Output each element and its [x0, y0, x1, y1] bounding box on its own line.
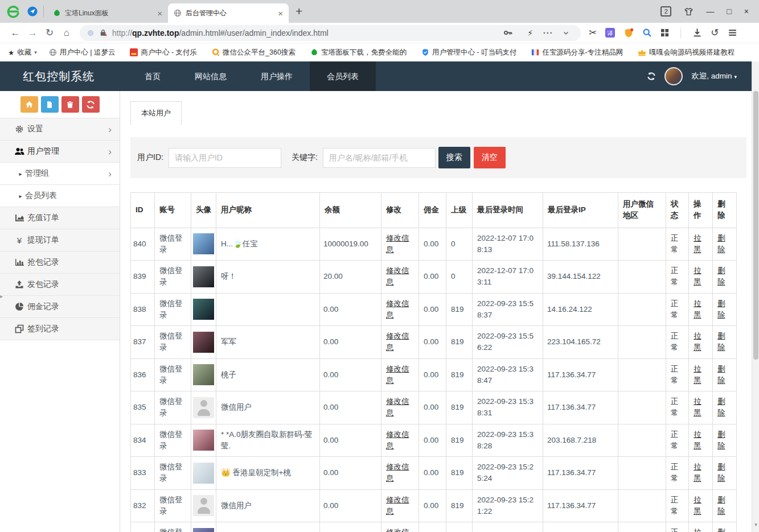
blacklist-link[interactable]: 拉黑: [694, 332, 701, 352]
blacklist-link[interactable]: 拉黑: [694, 430, 701, 450]
modify-info-link[interactable]: 修改信息: [386, 365, 409, 385]
sidebar-item[interactable]: ▸ 会员列表: [0, 185, 120, 207]
panel-handle-icon[interactable]: ▸: [0, 293, 3, 299]
back-button[interactable]: ←: [7, 27, 24, 39]
sidebar-quick-button[interactable]: [41, 96, 59, 113]
minimize-button[interactable]: —: [706, 7, 714, 16]
search-icon[interactable]: [642, 28, 652, 38]
modify-info-link[interactable]: 修改信息: [386, 397, 409, 417]
search-button[interactable]: 搜索: [438, 147, 470, 168]
delete-link[interactable]: 删除: [717, 266, 725, 286]
delete-link[interactable]: 删除: [717, 234, 725, 254]
apps-grid-icon[interactable]: [660, 28, 669, 37]
sidebar-quick-button[interactable]: [61, 96, 79, 113]
status-link[interactable]: 正常: [671, 463, 679, 482]
blacklist-link[interactable]: 拉黑: [694, 397, 701, 417]
browser-tab-admin[interactable]: 后台管理中心 ×: [168, 3, 289, 23]
delete-link[interactable]: 删除: [717, 496, 725, 515]
pinned-extension-icon[interactable]: [27, 6, 38, 17]
blacklist-link[interactable]: 拉黑: [694, 266, 701, 286]
screenshot-scissors-icon[interactable]: ✂: [589, 27, 597, 39]
browser-tab-baota[interactable]: 宝塔Linux面板 ×: [47, 3, 168, 23]
nav-menu-item[interactable]: 首页: [128, 61, 178, 91]
status-link[interactable]: 正常: [671, 266, 679, 286]
bookmark-item[interactable]: 嘎嘎会响源码视频搭建教程: [638, 48, 737, 57]
sidebar-item[interactable]: ▸ 管理组 ›: [0, 163, 120, 185]
blacklist-link[interactable]: 拉黑: [694, 234, 701, 254]
tab-close-icon[interactable]: ×: [278, 9, 283, 18]
download-icon[interactable]: [692, 28, 702, 38]
sidebar-item[interactable]: 签到记录: [0, 318, 120, 340]
blacklist-link[interactable]: 拉黑: [694, 496, 701, 515]
tab-local-users[interactable]: 本站用户: [130, 101, 182, 125]
clear-button[interactable]: 清空: [474, 147, 506, 168]
delete-link[interactable]: 删除: [717, 397, 725, 417]
user-id-input[interactable]: [169, 148, 281, 168]
bookmark-item[interactable]: 宝塔面板下载，免费全能的: [310, 48, 409, 57]
status-link[interactable]: 正常: [671, 365, 679, 385]
lightning-icon[interactable]: ⚡: [527, 28, 533, 38]
keyword-input[interactable]: [323, 148, 436, 168]
theme-skin-icon[interactable]: [684, 7, 694, 17]
status-link[interactable]: 正常: [671, 332, 679, 352]
delete-link[interactable]: 删除: [717, 463, 725, 482]
bookmark-item[interactable]: ★ 收藏 ▾: [8, 48, 37, 57]
delete-link[interactable]: 删除: [717, 430, 725, 450]
bookmark-item[interactable]: 商户中心 - 支付乐: [130, 48, 200, 57]
modify-info-link[interactable]: 修改信息: [386, 430, 409, 450]
status-link[interactable]: 正常: [671, 496, 679, 515]
status-link[interactable]: 正常: [671, 528, 679, 532]
delete-link[interactable]: 删除: [717, 332, 725, 352]
chevron-down-icon[interactable]: [563, 30, 569, 36]
refresh-icon[interactable]: [647, 72, 656, 81]
maximize-button[interactable]: □: [727, 7, 731, 16]
reload-button[interactable]: ↻: [41, 27, 58, 39]
status-link[interactable]: 正常: [671, 430, 679, 450]
menu-hamburger-icon[interactable]: [728, 28, 737, 38]
blacklist-link[interactable]: 拉黑: [694, 299, 701, 319]
new-tab-button[interactable]: +: [296, 5, 302, 18]
sidebar-item[interactable]: 充值订单: [0, 207, 120, 229]
scrollbar-down-arrow[interactable]: ▾: [752, 522, 759, 527]
forward-button[interactable]: →: [24, 27, 41, 39]
delete-link[interactable]: 删除: [717, 365, 725, 385]
welcome-text[interactable]: 欢迎, admin▾: [691, 71, 737, 81]
delete-link[interactable]: 删除: [717, 299, 725, 319]
sidebar-item[interactable]: 抢包记录: [0, 251, 120, 274]
sidebar-item[interactable]: 用户管理 ›: [0, 141, 120, 163]
modify-info-link[interactable]: 修改信息: [386, 266, 409, 286]
modify-info-link[interactable]: 修改信息: [386, 234, 409, 254]
url-text[interactable]: http://qp.zvhte.top/admin.html#/user/adm…: [112, 28, 329, 38]
sidebar-item[interactable]: 佣金记录: [0, 296, 120, 318]
tab-count-badge[interactable]: 2: [660, 6, 671, 17]
modify-info-link[interactable]: 修改信息: [386, 299, 409, 319]
insecure-lock-icon[interactable]: [99, 28, 108, 37]
nav-menu-item[interactable]: 用户操作: [244, 61, 310, 91]
bookmark-item[interactable]: 微信公众平台_360搜索: [212, 48, 298, 57]
sidebar-quick-button[interactable]: [20, 96, 38, 113]
shield-extension-icon[interactable]: [623, 28, 634, 38]
nav-menu-item[interactable]: 会员列表: [310, 61, 376, 91]
modify-info-link[interactable]: 修改信息: [386, 463, 409, 482]
password-key-icon[interactable]: [503, 28, 513, 38]
tab-close-icon[interactable]: ×: [157, 9, 162, 18]
blacklist-link[interactable]: 拉黑: [694, 365, 701, 385]
blacklist-link[interactable]: 拉黑: [694, 528, 701, 532]
page-scrollbar[interactable]: ▾: [752, 61, 759, 532]
status-link[interactable]: 正常: [671, 397, 679, 417]
undo-icon[interactable]: ↺: [711, 27, 719, 39]
status-link[interactable]: 正常: [671, 299, 679, 319]
sidebar-item[interactable]: ¥ 提现订单: [0, 229, 120, 251]
delete-link[interactable]: 删除: [717, 528, 725, 532]
bookmark-item[interactable]: 任宝源码分享-专注精品网: [531, 48, 626, 57]
home-button[interactable]: ⌂: [58, 27, 75, 39]
status-link[interactable]: 正常: [671, 234, 679, 254]
sidebar-item[interactable]: 发包记录: [0, 274, 120, 296]
url-bar[interactable]: http://qp.zvhte.top/admin.html#/user/adm…: [80, 25, 581, 41]
more-dots-icon[interactable]: ⋯: [543, 27, 553, 39]
admin-avatar[interactable]: [664, 67, 683, 85]
modify-info-link[interactable]: 修改信息: [386, 528, 409, 532]
nav-menu-item[interactable]: 网站信息: [178, 61, 244, 91]
translate-icon[interactable]: 译: [605, 28, 615, 38]
browser-logo-icon[interactable]: [6, 4, 20, 19]
